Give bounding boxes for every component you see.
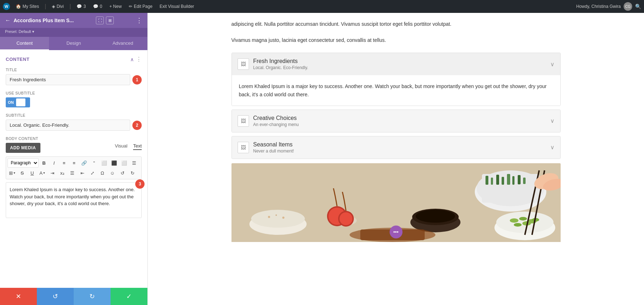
- left-panel: ← Accordions Plus Item S... ⛶ ⊞ ⋮ Preset…: [0, 13, 148, 305]
- title-badge: 1: [132, 75, 142, 84]
- message-icon: 💬: [93, 4, 98, 9]
- wordpress-icon[interactable]: W: [3, 3, 10, 10]
- ordered-list-button[interactable]: ≡: [69, 158, 79, 168]
- redo-button[interactable]: ↻: [74, 288, 111, 305]
- text-color-button[interactable]: A: [38, 168, 47, 178]
- blockquote-button[interactable]: ": [89, 158, 99, 168]
- accordion-icon: 🖼: [238, 58, 249, 70]
- undo-editor-button[interactable]: ↺: [118, 168, 127, 178]
- svg-point-28: [510, 218, 518, 223]
- align-center-button[interactable]: ⬛: [109, 158, 119, 168]
- svg-point-31: [514, 223, 522, 227]
- accordion-header-fresh-ingredients[interactable]: 🖼 Fresh Ingredients Local. Organic. Eco-…: [232, 53, 560, 75]
- edit-page-button[interactable]: ✏ Edit Page: [127, 4, 154, 9]
- svg-rect-17: [482, 174, 539, 203]
- unordered-list-button[interactable]: ≡: [59, 158, 69, 168]
- section-options-icon[interactable]: ⋮: [136, 56, 142, 63]
- align-left-button[interactable]: ⬜: [99, 158, 109, 168]
- use-subtitle-toggle[interactable]: ON: [6, 97, 30, 107]
- use-subtitle-field: Use Subtitle ON: [6, 91, 142, 107]
- link-button[interactable]: 🔗: [79, 158, 89, 168]
- accordion-subtitle-creative: An ever-changing menu: [253, 122, 546, 127]
- emoji-button[interactable]: ☺: [108, 168, 117, 178]
- italic-button[interactable]: I: [49, 158, 59, 168]
- accordion-subtitle-fresh: Local. Organic. Eco-Friendly.: [253, 65, 546, 70]
- accordion-chevron-creative: ∨: [550, 117, 555, 124]
- subtitle-input[interactable]: [6, 120, 130, 131]
- new-button[interactable]: + New: [108, 4, 123, 9]
- tab-content[interactable]: Content: [0, 37, 49, 50]
- accordion-icon-seasonal: 🖼: [238, 142, 249, 153]
- body-editor[interactable]: Lorem Khaled Ipsum is a major key to suc…: [6, 182, 142, 218]
- preset-row[interactable]: Preset: Default ▾: [0, 28, 147, 37]
- my-sites-link[interactable]: 🏠 My Sites: [14, 4, 40, 9]
- right-panel: adipiscing elit. Nulla porttitor accumsa…: [148, 13, 644, 305]
- accordion-header-seasonal[interactable]: 🖼 Seasonal Items Never a dull moment! ∨: [232, 136, 560, 159]
- expand-button[interactable]: ⤢: [88, 168, 97, 178]
- svg-point-6: [282, 217, 284, 219]
- svg-point-14: [416, 210, 455, 223]
- save-button[interactable]: ✓: [111, 288, 147, 305]
- subtitle-field: Subtitle 2: [6, 113, 142, 131]
- section-title: Content: [6, 57, 29, 62]
- tab-advanced[interactable]: Advanced: [98, 37, 147, 50]
- accordion-chevron-fresh: ∨: [550, 61, 555, 68]
- svg-rect-23: [512, 176, 514, 185]
- accordion-header-creative[interactable]: 🖼 Creative Choices An ever-changing menu…: [232, 110, 560, 132]
- align-right-button[interactable]: ⬜: [119, 158, 129, 168]
- grid-icon[interactable]: ⊞: [106, 16, 114, 24]
- svg-point-29: [519, 217, 527, 221]
- undo-button[interactable]: ↺: [37, 288, 74, 305]
- clear-button[interactable]: ☰: [68, 168, 77, 178]
- bold-button[interactable]: B: [39, 158, 49, 168]
- accordion-item-creative-choices: 🖼 Creative Choices An ever-changing menu…: [231, 110, 561, 132]
- search-icon[interactable]: 🔍: [635, 4, 641, 9]
- body-badge: 3: [135, 179, 145, 189]
- section-header: Content ∧ ⋮: [6, 56, 142, 63]
- special-chars-button[interactable]: Ω: [98, 168, 107, 178]
- title-input[interactable]: [6, 74, 130, 85]
- collapse-icon[interactable]: ∧: [130, 57, 134, 62]
- editor-tab-visual[interactable]: Visual: [115, 143, 127, 150]
- underline-button[interactable]: U: [28, 168, 37, 178]
- tab-design[interactable]: Design: [49, 37, 98, 50]
- svg-point-3: [251, 210, 305, 228]
- svg-rect-18: [486, 176, 488, 185]
- tab-row: Content Design Advanced: [0, 37, 147, 50]
- strikethrough-button[interactable]: S: [18, 168, 27, 178]
- cancel-button[interactable]: ✕: [0, 288, 37, 305]
- indent-button[interactable]: ⇥: [48, 168, 57, 178]
- avatar: CG: [624, 2, 632, 11]
- more-options-icon[interactable]: ⋮: [136, 16, 142, 24]
- accordion-subtitle-seasonal: Never a dull moment!: [253, 149, 546, 154]
- image-options-button[interactable]: •••: [390, 226, 402, 238]
- exit-visual-builder-button[interactable]: Exit Visual Builder: [158, 4, 196, 9]
- subtitle-label: Subtitle: [6, 113, 142, 117]
- comment-icon: 💬: [77, 4, 82, 9]
- accordion-item-seasonal-items: 🖼 Seasonal Items Never a dull moment! ∨: [231, 136, 561, 159]
- table-button[interactable]: ⊞: [8, 168, 17, 178]
- accordion-chevron-seasonal: ∨: [550, 144, 555, 151]
- paragraph-select[interactable]: Paragraph: [8, 158, 39, 168]
- back-icon[interactable]: ←: [5, 17, 11, 24]
- title-label: Title: [6, 68, 142, 72]
- accordion-title-creative: Creative Choices: [253, 115, 546, 121]
- align-justify-button[interactable]: ☰: [130, 158, 139, 168]
- editor-tab-text[interactable]: Text: [133, 143, 142, 150]
- panel-title: Accordions Plus Item S...: [14, 18, 74, 23]
- accordion-icon-creative: 🖼: [238, 115, 249, 127]
- food-image-container: •••: [231, 163, 561, 243]
- fullscreen-icon[interactable]: ⛶: [96, 16, 104, 24]
- main-layout: ← Accordions Plus Item S... ⛶ ⊞ ⋮ Preset…: [0, 13, 644, 305]
- add-media-button[interactable]: ADD MEDIA: [6, 143, 40, 153]
- intro-text: adipiscing elit. Nulla porttitor accumsa…: [231, 20, 561, 44]
- body-content-field: Body Content ADD MEDIA Visual Text Parag…: [6, 136, 142, 218]
- outdent-button[interactable]: ⇤: [78, 168, 87, 178]
- svg-point-5: [275, 214, 277, 216]
- comments-link[interactable]: 💬 3: [75, 4, 87, 9]
- svg-rect-24: [518, 175, 521, 184]
- messages-link[interactable]: 💬 0: [92, 4, 104, 9]
- redo-editor-button[interactable]: ↻: [128, 168, 137, 178]
- subscript-button[interactable]: x₂: [58, 168, 67, 178]
- divi-link[interactable]: ◈ Divi: [50, 4, 65, 9]
